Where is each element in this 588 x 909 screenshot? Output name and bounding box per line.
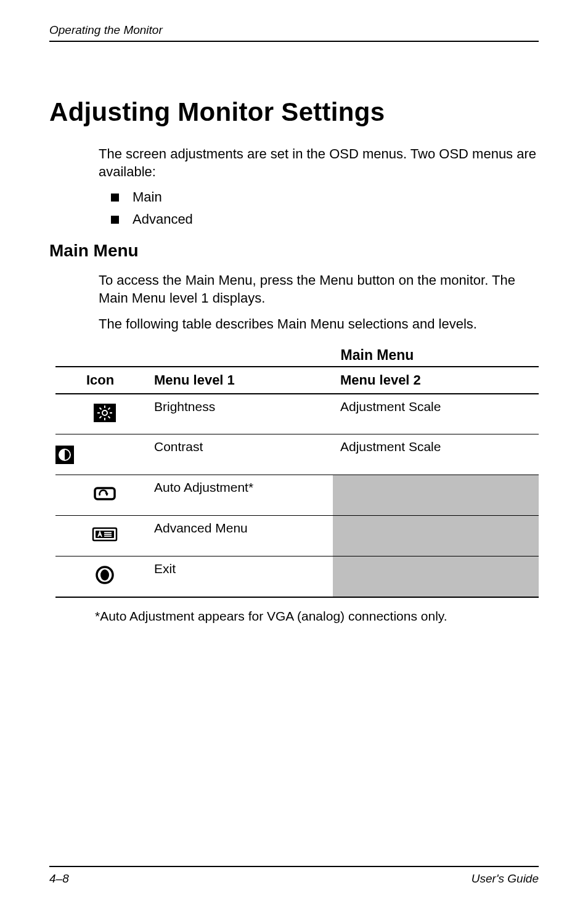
bullet-text: Main bbox=[133, 189, 162, 205]
table-cell-level1: Exit bbox=[154, 556, 333, 597]
table-cell-level2-empty bbox=[333, 516, 539, 556]
table-cell-level2-empty bbox=[333, 475, 539, 516]
bullet-list: Main Advanced bbox=[111, 189, 539, 227]
footnote: *Auto Adjustment appears for VGA (analog… bbox=[95, 609, 539, 624]
svg-line-7 bbox=[108, 407, 110, 409]
contrast-icon bbox=[55, 446, 74, 464]
table-cell-level1: Brightness bbox=[154, 394, 333, 434]
svg-line-5 bbox=[100, 407, 102, 409]
table-cell-level1: Contrast bbox=[154, 434, 333, 475]
table-header-level1: Menu level 1 bbox=[154, 367, 333, 394]
table-cell-level2: Adjustment Scale bbox=[333, 434, 539, 475]
footer-label: User's Guide bbox=[472, 872, 539, 886]
table-row: Contrast Adjustment Scale bbox=[55, 434, 539, 475]
auto-adjustment-icon bbox=[92, 485, 117, 502]
svg-point-19 bbox=[100, 569, 109, 581]
bullet-icon bbox=[111, 216, 119, 224]
table-cell-level1: Auto Adjustment* bbox=[154, 475, 333, 516]
page-number: 4–8 bbox=[49, 872, 69, 886]
running-header: Operating the Monitor bbox=[49, 23, 539, 42]
page-footer: 4–8 User's Guide bbox=[49, 866, 539, 886]
section-paragraph: The following table describes Main Menu … bbox=[99, 316, 539, 333]
section-paragraph: To access the Main Menu, press the Menu … bbox=[99, 272, 539, 307]
table-cell-level2: Adjustment Scale bbox=[333, 394, 539, 434]
page-title: Adjusting Monitor Settings bbox=[49, 97, 539, 127]
svg-line-6 bbox=[108, 416, 110, 418]
brightness-icon bbox=[94, 404, 116, 422]
table-title: Main Menu bbox=[55, 347, 539, 364]
section-heading: Main Menu bbox=[49, 241, 539, 261]
table-row: Brightness Adjustment Scale bbox=[55, 394, 539, 434]
table-cell-level2-empty bbox=[333, 556, 539, 597]
exit-icon bbox=[94, 565, 115, 585]
table-header-level2: Menu level 2 bbox=[333, 367, 539, 394]
advanced-menu-icon bbox=[92, 526, 118, 543]
svg-point-0 bbox=[102, 410, 107, 415]
table-cell-level1: Advanced Menu bbox=[154, 516, 333, 556]
main-menu-table: Icon Menu level 1 Menu level 2 bbox=[55, 366, 539, 598]
bullet-icon bbox=[111, 194, 119, 202]
bullet-item: Advanced bbox=[111, 211, 539, 227]
table-row: Exit bbox=[55, 556, 539, 597]
svg-rect-11 bbox=[95, 488, 115, 499]
svg-line-8 bbox=[100, 416, 102, 418]
bullet-item: Main bbox=[111, 189, 539, 205]
bullet-text: Advanced bbox=[133, 211, 193, 227]
table-header-icon: Icon bbox=[55, 367, 154, 394]
table-row: Auto Adjustment* bbox=[55, 475, 539, 516]
intro-paragraph: The screen adjustments are set in the OS… bbox=[99, 145, 539, 181]
table-row: Advanced Menu bbox=[55, 516, 539, 556]
